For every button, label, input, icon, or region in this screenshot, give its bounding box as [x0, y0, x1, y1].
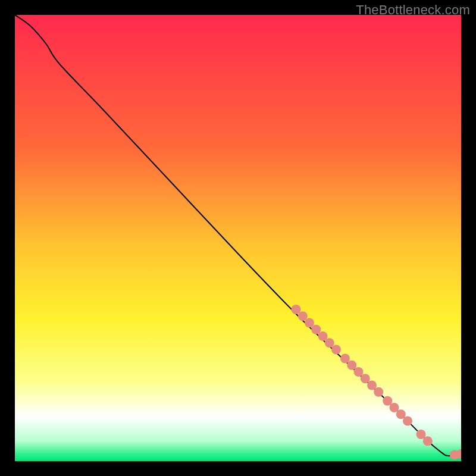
plot-area — [15, 15, 461, 461]
highlight-dot — [423, 436, 433, 446]
gradient-background — [15, 15, 461, 461]
highlight-dot — [374, 387, 383, 397]
highlight-dot — [331, 345, 341, 355]
watermark-text: TheBottleneck.com — [356, 2, 470, 18]
plot-svg — [15, 15, 461, 461]
highlight-dot — [403, 416, 412, 426]
chart-stage: TheBottleneck.com — [0, 0, 476, 476]
